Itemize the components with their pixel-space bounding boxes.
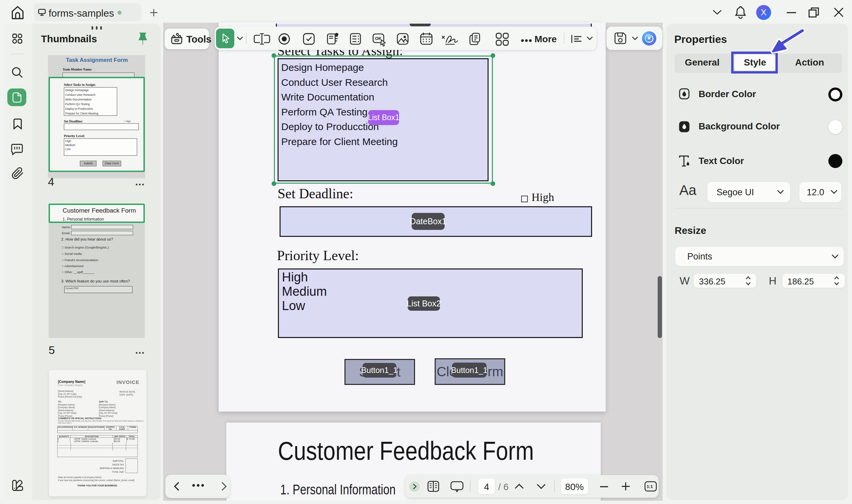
svg-text:OK: OK xyxy=(375,36,382,41)
svg-text:1:1: 1:1 xyxy=(647,484,653,489)
